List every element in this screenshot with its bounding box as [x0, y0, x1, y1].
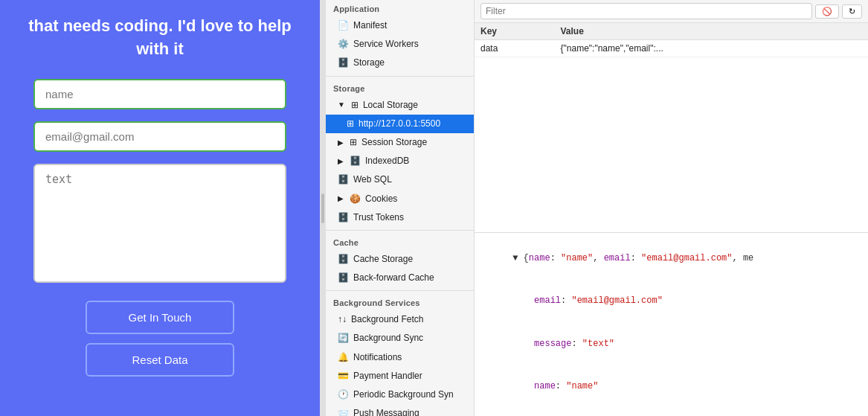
sidebar-item-payment-handler-label: Payment Handler: [353, 369, 422, 383]
devtools-main: 🚫 ↻ Key Value data {"name":"name","email…: [475, 0, 868, 416]
table-header-value: Value: [555, 23, 868, 40]
sidebar-item-manifest-label: Manifest: [353, 19, 387, 33]
get-in-touch-button[interactable]: Get In Touch: [86, 301, 234, 334]
name-input[interactable]: [33, 79, 286, 109]
sidebar-item-cache-storage[interactable]: 🗄️ Cache Storage: [326, 250, 474, 269]
sidebar-item-back-forward-cache-label: Back-forward Cache: [353, 271, 434, 285]
json-line-4: name: "name": [480, 365, 862, 409]
sidebar-item-websql-label: Web SQL: [353, 173, 392, 187]
trust-tokens-icon: 🗄️: [338, 211, 349, 225]
storage-table: Key Value data {"name":"name","email":..…: [475, 23, 868, 57]
json-key-name: name: [529, 253, 550, 263]
table-row[interactable]: data {"name":"name","email":...: [475, 40, 868, 57]
devtools-toolbar: 🚫 ↻: [475, 0, 868, 23]
sidebar-item-cache-storage-label: Cache Storage: [353, 252, 413, 266]
sidebar-item-session-storage-label: Session Storage: [361, 135, 427, 150]
sidebar-item-websql[interactable]: 🗄️ Web SQL: [326, 170, 474, 189]
manifest-icon: 📄: [338, 19, 349, 33]
sidebar-item-bg-fetch[interactable]: ↑↓ Background Fetch: [326, 310, 474, 329]
expand-icon-indexeddb: ▶: [338, 156, 344, 167]
expand-icon-cookies: ▶: [338, 193, 344, 205]
sidebar-item-manifest[interactable]: 📄 Manifest: [326, 16, 474, 35]
sidebar-item-cookies[interactable]: ▶ 🍪 Cookies: [326, 190, 474, 208]
table-cell-key: data: [475, 40, 555, 57]
cache-section-header: Cache: [326, 234, 474, 250]
sidebar-item-service-workers-label: Service Workers: [353, 37, 419, 51]
back-forward-cache-icon: 🗄️: [338, 271, 349, 285]
sidebar-item-push-messaging[interactable]: 📨 Push Messaging: [326, 404, 474, 416]
section-divider-3: [326, 290, 474, 291]
clear-button[interactable]: 🚫: [815, 4, 839, 19]
app-panel: that needs coding. I'd love to help with…: [0, 0, 320, 416]
sidebar-item-trust-tokens[interactable]: 🗄️ Trust Tokens: [326, 208, 474, 227]
expand-icon-session: ▶: [338, 137, 344, 149]
section-divider-2: [326, 230, 474, 231]
periodic-bg-sync-icon: 🕐: [338, 388, 349, 402]
sidebar-item-session-storage[interactable]: ▶ ⊞ Session Storage: [326, 133, 474, 152]
json-line-3: message: "text": [480, 323, 862, 366]
sidebar-item-periodic-bg-sync[interactable]: 🕐 Periodic Background Syn: [326, 385, 474, 404]
devtools-json-viewer: ▼ {name: "name", email: "email@gmail.com…: [475, 232, 868, 417]
sidebar-item-trust-tokens-label: Trust Tokens: [353, 211, 404, 225]
devtools-sidebar: Application 📄 Manifest ⚙️ Service Worker…: [326, 0, 475, 416]
json-brace: ▼ {: [512, 253, 529, 263]
sidebar-item-local-storage[interactable]: ▼ ⊞ Local Storage: [326, 96, 474, 115]
message-textarea[interactable]: [33, 164, 286, 283]
panel-divider: [320, 0, 326, 416]
bg-sync-icon: 🔄: [338, 331, 349, 345]
session-storage-icon: ⊞: [350, 135, 357, 150]
sidebar-item-notifications[interactable]: 🔔 Notifications: [326, 348, 474, 367]
reset-data-button[interactable]: Reset Data: [86, 343, 234, 377]
cookies-icon: 🍪: [350, 192, 361, 206]
payment-handler-icon: 💳: [338, 369, 349, 383]
sidebar-item-indexeddb-label: IndexedDB: [365, 154, 409, 168]
refresh-button[interactable]: ↻: [842, 4, 862, 19]
table-header-row: Key Value: [475, 23, 868, 40]
origin-icon: ⊞: [347, 117, 354, 131]
push-messaging-icon: 📨: [338, 406, 349, 416]
bg-services-section-header: Background Services: [326, 294, 474, 310]
sidebar-item-periodic-bg-sync-label: Periodic Background Syn: [353, 388, 454, 402]
websql-icon: 🗄️: [338, 173, 349, 187]
section-divider-1: [326, 76, 474, 77]
sidebar-item-local-storage-label: Local Storage: [363, 98, 418, 112]
json-line-2: email: "email@gmail.com": [480, 280, 862, 323]
sidebar-item-local-storage-origin-label: http://127.0.0.1:5500: [359, 117, 440, 131]
sidebar-item-back-forward-cache[interactable]: 🗄️ Back-forward Cache: [326, 269, 474, 287]
cache-storage-icon: 🗄️: [338, 252, 349, 266]
sidebar-item-storage[interactable]: 🗄️ Storage: [326, 54, 474, 72]
expand-icon: ▼: [338, 99, 345, 111]
local-storage-icon: ⊞: [351, 98, 359, 112]
service-workers-icon: ⚙️: [338, 37, 349, 51]
sidebar-item-bg-sync[interactable]: 🔄 Background Sync: [326, 329, 474, 348]
filter-input[interactable]: [480, 3, 812, 19]
app-heading: that needs coding. I'd love to help with…: [15, 15, 305, 61]
sidebar-item-payment-handler[interactable]: 💳 Payment Handler: [326, 367, 474, 385]
divider-handle: [321, 193, 324, 223]
sidebar-item-push-messaging-label: Push Messaging: [353, 406, 419, 416]
sidebar-item-storage-label: Storage: [353, 56, 385, 70]
bg-fetch-icon: ↑↓: [338, 313, 347, 327]
storage-icon: 🗄️: [338, 56, 349, 70]
sidebar-item-local-storage-origin[interactable]: ⊞ http://127.0.0.1:5500: [326, 115, 474, 133]
notifications-icon: 🔔: [338, 351, 349, 365]
sidebar-item-notifications-label: Notifications: [353, 351, 402, 365]
sidebar-item-service-workers[interactable]: ⚙️ Service Workers: [326, 35, 474, 54]
table-cell-value: {"name":"name","email":...: [555, 40, 868, 57]
table-header-key: Key: [475, 23, 555, 40]
json-line-1: ▼ {name: "name", email: "email@gmail.com…: [480, 237, 862, 281]
indexeddb-icon: 🗄️: [350, 154, 361, 168]
sidebar-item-bg-fetch-label: Background Fetch: [351, 313, 423, 327]
application-section-header: Application: [326, 0, 474, 16]
storage-section-header: Storage: [326, 80, 474, 96]
sidebar-item-indexeddb[interactable]: ▶ 🗄️ IndexedDB: [326, 152, 474, 170]
sidebar-item-cookies-label: Cookies: [365, 192, 397, 206]
email-input[interactable]: [33, 121, 286, 152]
sidebar-item-bg-sync-label: Background Sync: [353, 331, 423, 345]
